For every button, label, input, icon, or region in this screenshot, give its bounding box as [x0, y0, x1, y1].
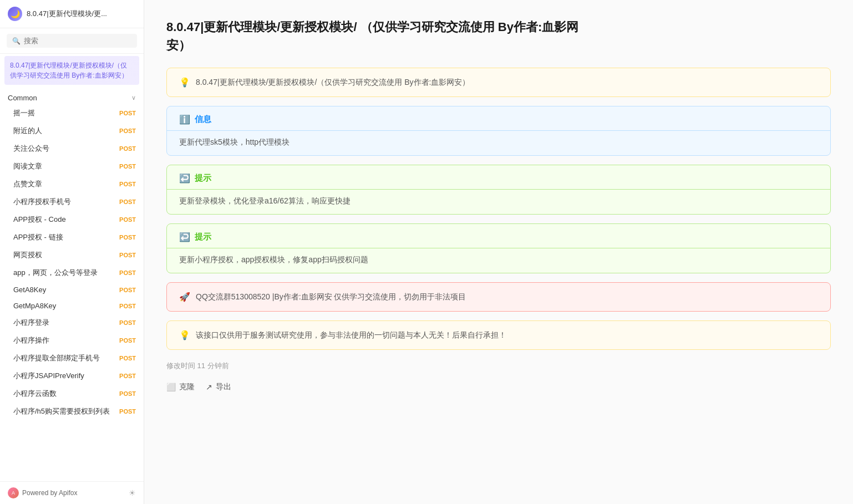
sidebar-item[interactable]: 小程序登录 POST [0, 314, 144, 332]
app-logo: 🌙 [8, 7, 22, 21]
action-bar: ⬜ 克隆 ↗ 导出 [166, 380, 831, 392]
sidebar-item[interactable]: GetMpA8Key POST [0, 298, 144, 314]
export-button[interactable]: ↗ 导出 [206, 382, 231, 392]
sidebar-item-label: 关注公众号 [13, 144, 49, 154]
card-tip1-header-text: 提示 [195, 173, 211, 184]
warning-bulb-icon: 💡 [179, 330, 190, 340]
clone-icon: ⬜ [166, 383, 176, 391]
sidebar-item[interactable]: 小程序云函数 POST [0, 385, 144, 403]
method-badge: POST [119, 252, 136, 258]
sidebar-item-label: APP授权 - Code [13, 215, 66, 225]
card-warning-text: 该接口仅供用于服务测试研究使用，参与非法使用的一切问题与本人无关！后果自行承担！ [196, 330, 506, 340]
sidebar-item-label: 附近的人 [13, 126, 42, 136]
card-link: 💡 8.0.47|更新代理模块/更新授权模块/（仅供学习研究交流使用 By作者:… [166, 68, 831, 97]
sidebar-item-label: APP授权 - 链接 [13, 232, 63, 242]
sidebar-item[interactable]: APP授权 - Code POST [0, 211, 144, 228]
method-badge: POST [119, 287, 136, 293]
card-info-header: ℹ️ 信息 [167, 106, 830, 131]
sidebar-item[interactable]: 点赞文章 POST [0, 175, 144, 193]
theme-toggle-icon[interactable]: ☀ [129, 488, 136, 497]
modify-time: 修改时间 11 分钟前 [166, 361, 831, 371]
method-badge: POST [119, 110, 136, 116]
sidebar-scroll: Common ∨ 摇一摇 POST 附近的人 POST 关注公众号 POST 阅… [0, 87, 144, 481]
method-badge: POST [119, 181, 136, 187]
search-input-wrap[interactable]: 🔍 [7, 34, 137, 48]
sidebar-header: 🌙 8.0.47|更新代理模块/更... [0, 0, 144, 28]
sidebar-item-label: 小程序JSAPIPreVerify [13, 371, 84, 381]
sidebar-item[interactable]: app，网页，公众号等登录 POST [0, 264, 144, 282]
method-badge: POST [119, 269, 136, 276]
clone-button[interactable]: ⬜ 克隆 [166, 382, 195, 392]
sidebar-item-label: 小程序登录 [13, 318, 49, 328]
method-badge: POST [119, 198, 136, 205]
sidebar-item-label: 小程序授权手机号 [13, 197, 71, 207]
tip2-icon: ↩️ [179, 232, 190, 242]
sidebar-footer: A Powered by Apifox ☀ [0, 481, 144, 504]
sidebar-item-label: 小程序/h5购买需要授权到列表 [13, 406, 110, 416]
sidebar-title: 8.0.47|更新代理模块/更... [27, 9, 107, 19]
sidebar-item[interactable]: 小程序JSAPIPreVerify POST [0, 367, 144, 385]
search-icon: 🔍 [12, 37, 21, 45]
card-info: ℹ️ 信息 更新代理sk5模块，http代理模块 [166, 106, 831, 156]
sidebar-item[interactable]: 小程序操作 POST [0, 332, 144, 349]
method-badge: POST [119, 234, 136, 241]
sidebar-item-label: 小程序操作 [13, 335, 49, 345]
card-tip2: ↩️ 提示 更新小程序授权，app授权模块，修复app扫码授权问题 [166, 223, 831, 273]
sidebar-item[interactable]: 附近的人 POST [0, 122, 144, 140]
search-box: 🔍 [0, 28, 144, 54]
sidebar-item-label: 小程序提取全部绑定手机号 [13, 353, 100, 363]
sidebar-item-label: GetA8Key [13, 286, 46, 294]
card-tip2-header: ↩️ 提示 [167, 224, 830, 248]
sidebar-item[interactable]: 小程序提取全部绑定手机号 POST [0, 349, 144, 367]
apifox-logo: A [8, 487, 19, 498]
clone-label: 克隆 [179, 382, 195, 392]
sidebar-item[interactable]: 小程序/h5购买需要授权到列表 POST [0, 403, 144, 420]
search-input[interactable] [24, 37, 131, 45]
card-tip2-body: 更新小程序授权，app授权模块，修复app扫码授权问题 [167, 248, 830, 273]
method-badge: POST [119, 355, 136, 362]
sidebar-item[interactable]: 摇一摇 POST [0, 104, 144, 122]
chevron-down-icon: ∨ [131, 94, 136, 101]
method-badge: POST [119, 216, 136, 223]
sidebar-item-label: 摇一摇 [13, 108, 35, 118]
sidebar-items-list: 摇一摇 POST 附近的人 POST 关注公众号 POST 阅读文章 POST … [0, 104, 144, 420]
card-tip1-header: ↩️ 提示 [167, 165, 830, 190]
method-badge: POST [119, 319, 136, 326]
bulb-icon: 💡 [179, 77, 190, 88]
method-badge: POST [119, 408, 136, 415]
footer-brand: A Powered by Apifox [8, 487, 77, 498]
sidebar-item-label: 网页授权 [13, 250, 42, 260]
method-badge: POST [119, 128, 136, 134]
sidebar: 🌙 8.0.47|更新代理模块/更... 🔍 8.0.47|更新代理模块/更新授… [0, 0, 144, 504]
card-warning: 💡 该接口仅供用于服务测试研究使用，参与非法使用的一切问题与本人无关！后果自行承… [166, 320, 831, 350]
sidebar-item-label: 小程序云函数 [13, 389, 57, 399]
sidebar-item-label: 阅读文章 [13, 161, 42, 171]
sidebar-item-label: app，网页，公众号等登录 [13, 268, 98, 278]
card-tip1-body: 更新登录模块，优化登录a16/62算法，响应更快捷 [167, 190, 830, 214]
section-label: Common [8, 94, 37, 102]
card-tip2-header-text: 提示 [195, 232, 211, 242]
sidebar-item[interactable]: GetA8Key POST [0, 282, 144, 298]
sidebar-item[interactable]: 阅读文章 POST [0, 157, 144, 175]
sidebar-item[interactable]: 关注公众号 POST [0, 140, 144, 157]
export-label: 导出 [216, 382, 231, 392]
rocket-icon: 🚀 [179, 292, 190, 302]
card-link-text: 8.0.47|更新代理模块/更新授权模块/（仅供学习研究交流使用 By作者:血影… [196, 78, 470, 88]
page-title: 8.0.47|更新代理模块/更新授权模块/ （仅供学习研究交流使用 By作者:血… [166, 18, 831, 54]
card-info-body: 更新代理sk5模块，http代理模块 [167, 131, 830, 155]
sidebar-item[interactable]: 小程序授权手机号 POST [0, 193, 144, 211]
info-icon: ℹ️ [179, 114, 190, 125]
method-badge: POST [119, 163, 136, 170]
card-danger: 🚀 QQ交流群513008520 |By作者:血影网安 仅供学习交流使用，切勿用… [166, 282, 831, 312]
method-badge: POST [119, 303, 136, 309]
footer-brand-text: Powered by Apifox [22, 489, 77, 497]
sidebar-item[interactable]: 网页授权 POST [0, 246, 144, 264]
sidebar-item-label: GetMpA8Key [13, 302, 56, 310]
main-content: 8.0.47|更新代理模块/更新授权模块/ （仅供学习研究交流使用 By作者:血… [144, 0, 853, 504]
section-header-common[interactable]: Common ∨ [0, 89, 144, 104]
method-badge: POST [119, 145, 136, 152]
active-nav-item[interactable]: 8.0.47|更新代理模块/更新授权模块/（仅供学习研究交流使用 By作者:血影… [4, 56, 139, 85]
card-tip1: ↩️ 提示 更新登录模块，优化登录a16/62算法，响应更快捷 [166, 165, 831, 215]
sidebar-item[interactable]: APP授权 - 链接 POST [0, 228, 144, 246]
method-badge: POST [119, 337, 136, 344]
